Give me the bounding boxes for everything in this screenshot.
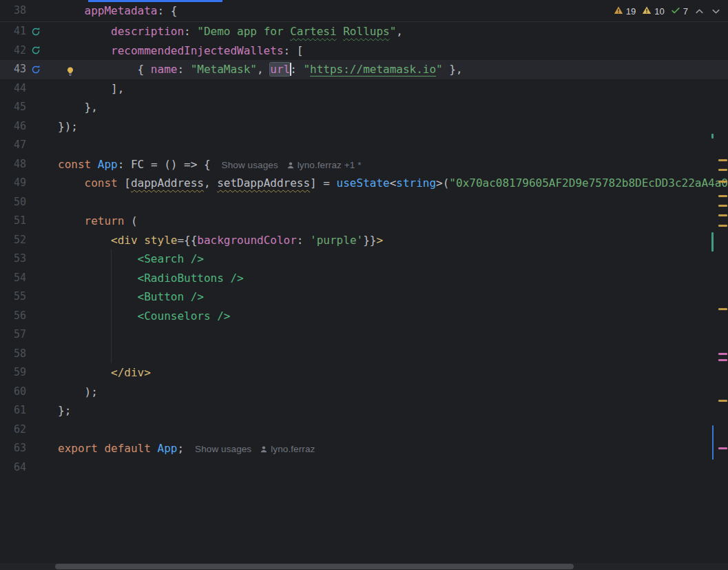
code-content[interactable] [55,345,728,364]
code-line-47[interactable]: 47 [0,136,728,155]
code-token: Rollups [343,25,389,38]
code-content[interactable]: <Counselors /> [55,307,728,326]
gutter: 53 [0,250,55,269]
code-token: const [85,176,118,190]
code-token: ); [58,385,98,398]
line-number[interactable]: 42 [0,41,26,61]
gutter: 62 [0,420,55,440]
teal-circular-arrow-icon[interactable] [31,26,41,37]
code-content[interactable]: <Search /> [55,250,728,269]
code-content[interactable] [55,458,728,478]
code-content[interactable]: ); [55,383,728,402]
line-number[interactable]: 55 [0,287,26,307]
line-number[interactable]: 47 [0,136,26,155]
code-line-58[interactable]: 58 [0,345,728,364]
line-number[interactable]: 48 [0,155,26,174]
code-line-44[interactable]: 44 ], [0,79,728,99]
code-line-49[interactable]: 49 const [dappAddress, setDappAddress] =… [0,174,728,193]
code-line-57[interactable]: 57 [0,325,728,345]
line-number[interactable]: 38 [0,0,26,21]
code-line-45[interactable]: 45 }, [0,98,728,117]
code-content[interactable]: }); [55,117,728,136]
code-token: dappAddress [131,176,204,190]
code-content[interactable]: const App: FC = () => {Show usageslyno.f… [55,155,728,174]
code-content[interactable]: </div> [55,363,728,383]
code-content[interactable] [55,325,728,345]
code-token: <Search /> [138,252,204,265]
code-content[interactable] [55,136,728,155]
line-number[interactable]: 46 [0,117,26,136]
line-number[interactable]: 45 [0,98,26,117]
code-line-43[interactable]: 43 { name: "MetaMask", url: "https://met… [0,60,728,79]
intention-bulb-icon[interactable] [65,64,76,75]
line-number[interactable]: 60 [0,383,26,402]
code-content[interactable] [55,193,728,212]
horizontal-scrollbar[interactable] [0,563,728,570]
code-line-50[interactable]: 50 [0,193,728,212]
code-content[interactable]: const [dappAddress, setDappAddress] = us… [55,174,728,193]
code-line-62[interactable]: 62 [0,420,728,440]
code-line-53[interactable]: 53 <Search /> [0,250,728,269]
warning-triangle-icon[interactable] [614,6,623,17]
line-number[interactable]: 58 [0,345,26,364]
line-number[interactable]: 56 [0,307,26,326]
line-number[interactable]: 54 [0,269,26,288]
code-content[interactable]: ], [55,79,728,99]
author-annotation[interactable]: lyno.ferraz [260,444,315,454]
code-line-59[interactable]: 59 </div> [0,363,728,383]
line-number[interactable]: 43 [0,60,26,79]
code-token: <Button /> [138,290,204,303]
line-number[interactable]: 63 [0,439,26,458]
code-line-64[interactable]: 64 [0,458,728,478]
teal-circular-arrow-icon[interactable] [31,45,41,56]
code-content[interactable]: <RadioButtons /> [55,269,728,288]
line-number[interactable]: 64 [0,458,26,478]
code-content[interactable]: <div style={{backgroundColor: 'purple'}}… [55,231,728,250]
line-number[interactable]: 52 [0,231,26,250]
code-line-54[interactable]: 54 <RadioButtons /> [0,269,728,288]
line-number[interactable]: 62 [0,420,26,440]
code-token: : [177,63,190,76]
line-number[interactable]: 49 [0,174,26,193]
code-token [58,290,138,303]
line-number[interactable]: 50 [0,193,26,212]
line-number[interactable]: 53 [0,250,26,269]
line-number[interactable]: 59 [0,363,26,383]
code-content[interactable]: }, [55,98,728,117]
warning-triangle-icon[interactable] [642,6,652,17]
line-number[interactable]: 41 [0,22,26,41]
gutter: 56 [0,307,55,326]
code-content[interactable]: <Button /> [55,287,728,307]
author-annotation[interactable]: lyno.ferraz +1 * [287,160,362,170]
chevron-down-icon[interactable] [711,6,721,17]
code-line-52[interactable]: 52 <div style={{backgroundColor: 'purple… [0,231,728,250]
code-line-46[interactable]: 46}); [0,117,728,136]
code-line-56[interactable]: 56 <Counselors /> [0,307,728,326]
chevron-up-icon[interactable] [694,6,705,17]
show-usages-hint[interactable]: Show usages [222,160,278,170]
blue-circular-arrow-icon[interactable] [31,64,41,74]
line-number[interactable]: 44 [0,79,26,99]
code-content[interactable]: }; [55,401,728,420]
code-content[interactable]: { name: "MetaMask", url: "https://metama… [55,60,728,79]
code-line-42[interactable]: 42 recommendedInjectedWallets: [ [0,41,728,61]
show-usages-hint[interactable]: Show usages [195,444,251,454]
code-line-48[interactable]: 48const App: FC = () => {Show usageslyno… [0,155,728,174]
code-content[interactable] [55,420,728,440]
code-token: : [184,25,197,38]
code-content[interactable]: export default App;Show usageslyno.ferra… [55,439,728,458]
check-icon[interactable] [671,6,680,17]
code-line-63[interactable]: 63export default App;Show usageslyno.fer… [0,439,728,458]
code-line-41[interactable]: 41 description: "Demo app for Cartesi Ro… [0,22,728,41]
code-content[interactable]: return ( [55,212,728,231]
code-content[interactable]: recommendedInjectedWallets: [ [55,41,728,61]
code-line-55[interactable]: 55 <Button /> [0,287,728,307]
code-content[interactable]: description: "Demo app for Cartesi Rollu… [55,22,728,41]
horizontal-scrollbar-thumb[interactable] [55,564,574,569]
line-number[interactable]: 57 [0,325,26,345]
code-line-51[interactable]: 51 return ( [0,212,728,231]
code-line-61[interactable]: 61}; [0,401,728,420]
line-number[interactable]: 51 [0,212,26,231]
line-number[interactable]: 61 [0,401,26,420]
code-line-60[interactable]: 60 ); [0,383,728,402]
